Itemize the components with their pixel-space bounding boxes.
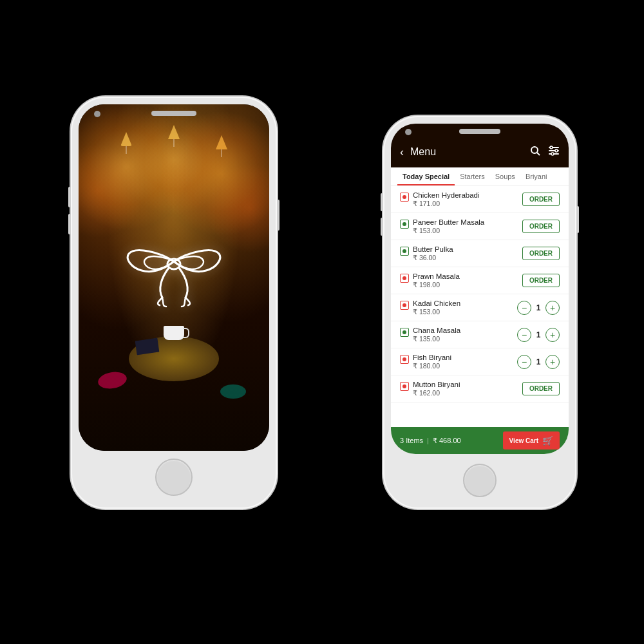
order-button[interactable]: ORDER bbox=[522, 193, 560, 206]
tab-starters[interactable]: Starters bbox=[455, 167, 490, 185]
phone-camera bbox=[94, 111, 100, 117]
cart-items-count: 3 Items bbox=[400, 437, 423, 444]
phone-speaker-2 bbox=[459, 129, 500, 134]
item-info: Butter Pulka ₹ 36.00 bbox=[413, 245, 453, 261]
cart-separator: | bbox=[427, 437, 429, 444]
item-info: Kadai Chicken ₹ 153.00 bbox=[413, 299, 460, 316]
cart-bar: 3 Items | ₹ 468.00 View Cart 🛒 bbox=[391, 427, 569, 454]
item-left: Chana Masala ₹ 135.00 bbox=[400, 327, 517, 343]
nonveg-icon bbox=[400, 193, 409, 202]
svg-line-2 bbox=[537, 153, 540, 155]
increase-button[interactable]: + bbox=[545, 328, 560, 342]
svg-point-6 bbox=[550, 146, 553, 149]
lamp-right bbox=[216, 135, 227, 157]
phone-camera-2 bbox=[405, 129, 412, 135]
tab-today-special[interactable]: Today Special bbox=[397, 167, 455, 185]
cart-total: ₹ 468.00 bbox=[433, 437, 461, 445]
nonveg-icon bbox=[400, 274, 409, 283]
increase-button[interactable]: + bbox=[545, 355, 560, 369]
back-button[interactable]: ‹ bbox=[400, 146, 404, 159]
veg-icon bbox=[400, 328, 409, 337]
decrease-button[interactable]: − bbox=[517, 328, 531, 342]
chair-green bbox=[220, 384, 246, 399]
item-left: Prawn Masala ₹ 198.00 bbox=[400, 272, 522, 289]
order-button[interactable]: ORDER bbox=[522, 382, 560, 395]
menu-tabs: Today Special Starters Soups Briyani bbox=[391, 167, 569, 186]
menu-item: Chana Masala ₹ 135.00 − 1 + bbox=[391, 321, 569, 348]
decrease-button[interactable]: − bbox=[517, 301, 531, 315]
item-info: Mutton Biryani ₹ 162.00 bbox=[413, 381, 460, 397]
decrease-button[interactable]: − bbox=[517, 355, 531, 369]
tab-soups[interactable]: Soups bbox=[490, 167, 520, 185]
item-left: Chicken Hyderabadi ₹ 171.00 bbox=[400, 191, 522, 207]
item-price: ₹ 153.00 bbox=[413, 308, 460, 316]
quantity-control: − 1 + bbox=[517, 355, 560, 369]
order-button[interactable]: ORDER bbox=[522, 220, 560, 233]
item-left: Paneer Butter Masala ₹ 153.00 bbox=[400, 218, 522, 234]
menu-screen: ‹ Menu bbox=[391, 124, 569, 454]
cart-icon: 🛒 bbox=[542, 435, 553, 446]
volume-up-button-2 bbox=[381, 193, 383, 211]
search-icon[interactable] bbox=[530, 146, 540, 158]
nonveg-icon bbox=[400, 301, 409, 310]
item-info: Fish Biryani ₹ 180.00 bbox=[413, 354, 451, 370]
home-button-2[interactable] bbox=[463, 464, 497, 497]
quantity-control: − 1 + bbox=[517, 328, 560, 342]
item-left: Butter Pulka ₹ 36.00 bbox=[400, 245, 522, 261]
item-price: ₹ 198.00 bbox=[413, 281, 460, 289]
item-name: Prawn Masala bbox=[413, 272, 460, 280]
phone-splash bbox=[71, 97, 277, 509]
phone-speaker bbox=[151, 111, 196, 116]
order-button[interactable]: ORDER bbox=[522, 247, 560, 260]
home-button[interactable] bbox=[155, 459, 193, 496]
quantity-control: − 1 + bbox=[517, 301, 560, 315]
item-name: Butter Pulka bbox=[413, 245, 453, 253]
volume-down-button-2 bbox=[381, 218, 383, 236]
tab-briyani[interactable]: Briyani bbox=[520, 167, 553, 185]
header-icons bbox=[530, 146, 560, 158]
item-left: Kadai Chicken ₹ 153.00 bbox=[400, 299, 517, 316]
svg-point-1 bbox=[531, 147, 538, 153]
increase-button[interactable]: + bbox=[545, 301, 560, 315]
cart-info: 3 Items | ₹ 468.00 bbox=[400, 437, 461, 445]
view-cart-button[interactable]: View Cart 🛒 bbox=[503, 431, 560, 450]
view-cart-label: View Cart bbox=[509, 437, 538, 444]
quantity-display: 1 bbox=[535, 330, 542, 339]
menu-header: ‹ Menu bbox=[391, 137, 569, 167]
item-price: ₹ 135.00 bbox=[413, 335, 460, 343]
menu-item: Chicken Hyderabadi ₹ 171.00 ORDER bbox=[391, 186, 569, 213]
quantity-display: 1 bbox=[535, 303, 542, 312]
scene: ‹ Menu bbox=[32, 32, 612, 612]
item-info: Paneer Butter Masala ₹ 153.00 bbox=[413, 218, 484, 234]
quantity-display: 1 bbox=[535, 357, 542, 366]
item-left: Mutton Biryani ₹ 162.00 bbox=[400, 381, 522, 397]
item-name: Kadai Chicken bbox=[413, 299, 460, 307]
cafe-cup bbox=[164, 326, 184, 340]
menu-item: Paneer Butter Masala ₹ 153.00 ORDER bbox=[391, 213, 569, 240]
item-price: ₹ 180.00 bbox=[413, 362, 451, 370]
nonveg-icon bbox=[400, 382, 409, 391]
phone-screen-splash bbox=[79, 104, 269, 451]
item-price: ₹ 162.00 bbox=[413, 389, 460, 397]
menu-title: Menu bbox=[410, 146, 436, 158]
item-price: ₹ 171.00 bbox=[413, 200, 480, 207]
order-button[interactable]: ORDER bbox=[522, 274, 560, 287]
item-price: ₹ 36.00 bbox=[413, 254, 453, 261]
phone-menu: ‹ Menu bbox=[383, 116, 576, 509]
menu-item: Fish Biryani ₹ 180.00 − 1 + bbox=[391, 348, 569, 375]
filter-icon[interactable] bbox=[548, 146, 560, 158]
menu-list: Chicken Hyderabadi ₹ 171.00 ORDER Paneer… bbox=[391, 186, 569, 427]
item-name: Chana Masala bbox=[413, 327, 460, 334]
veg-icon bbox=[400, 220, 409, 229]
svg-point-7 bbox=[555, 149, 558, 152]
menu-item: Prawn Masala ₹ 198.00 ORDER bbox=[391, 267, 569, 294]
menu-item: Butter Pulka ₹ 36.00 ORDER bbox=[391, 240, 569, 267]
menu-item: Mutton Biryani ₹ 162.00 ORDER bbox=[391, 375, 569, 402]
bow-logo bbox=[122, 228, 225, 318]
menu-item: Kadai Chicken ₹ 153.00 − 1 + bbox=[391, 294, 569, 321]
cafe-background bbox=[79, 104, 269, 451]
nonveg-icon bbox=[400, 355, 409, 364]
svg-point-8 bbox=[551, 153, 554, 155]
volume-down-button bbox=[68, 214, 71, 234]
veg-icon bbox=[400, 247, 409, 256]
